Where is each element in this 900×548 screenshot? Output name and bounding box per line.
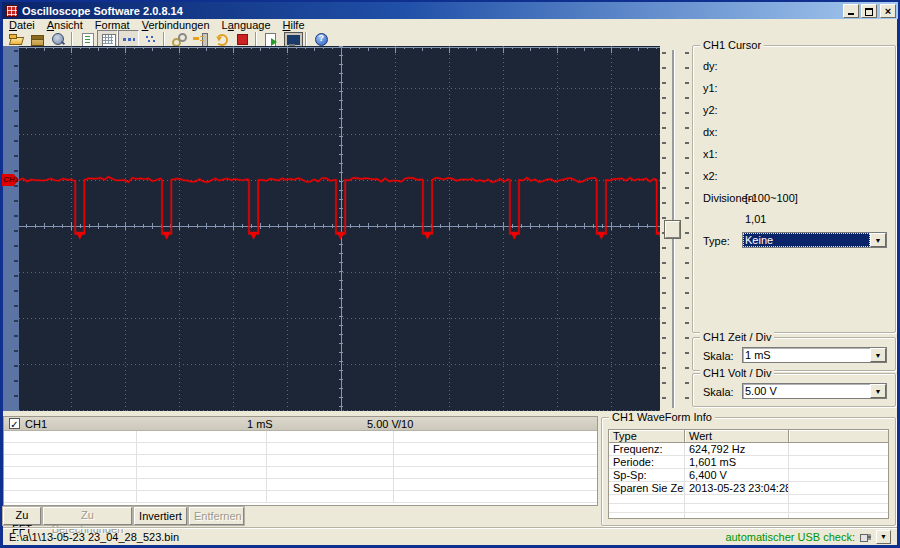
toolbar-separator [163, 32, 165, 46]
toolbar-separator [71, 32, 73, 46]
chevron-down-icon[interactable]: ▼ [870, 233, 886, 247]
info-empty-row-cell [789, 495, 888, 504]
display-button[interactable] [281, 30, 302, 48]
export-chart-button[interactable] [260, 30, 281, 48]
save-button[interactable] [26, 30, 47, 48]
info-empty-row-cell [685, 495, 789, 504]
ch1-probe: /10 [398, 418, 413, 430]
channel-empty-cell [267, 491, 394, 502]
list-button[interactable] [76, 30, 97, 48]
connect-icon [171, 31, 187, 47]
info-empty-row-cell [609, 495, 685, 504]
usb-check-dropdown[interactable]: ▼ [876, 530, 891, 544]
export-chart-icon [263, 31, 279, 47]
channel-empty-cell [394, 431, 597, 442]
info-row-cell: Sparen Sie Zeit: [609, 482, 685, 495]
ch1-checkbox[interactable]: ✓ [9, 418, 20, 429]
info-empty-row [609, 495, 888, 504]
help-button[interactable] [310, 30, 331, 48]
close-button[interactable]: × [880, 4, 896, 18]
info-row-cell: Sp-Sp: [609, 469, 685, 482]
info-header-row-cell: Type [609, 430, 685, 443]
invert-button[interactable]: Invertiert [134, 507, 187, 525]
channel-empty-cell [4, 467, 137, 478]
info-row-cell [789, 456, 888, 469]
channel-empty-cell [267, 431, 394, 442]
remove-button[interactable]: Entfernen [189, 507, 244, 525]
channel-empty-cell [267, 443, 394, 454]
settings-icon [50, 31, 66, 47]
info-header-row-cell: Wert [685, 430, 789, 443]
to-calculations-button[interactable]: Zu Berechnungen [43, 507, 132, 525]
volt-skala-select[interactable]: 5.00 V ▼ [742, 383, 887, 399]
points-button[interactable] [139, 30, 160, 48]
info-empty-row-cell [685, 504, 789, 513]
channel-empty-row [4, 431, 597, 443]
info-row-cell: Periode: [609, 456, 685, 469]
to-fft-button[interactable]: Zu FFT [3, 507, 41, 525]
cursor-field-dx: dx: [703, 126, 718, 138]
channel-empty-cell [137, 491, 267, 502]
waveform-canvas[interactable] [19, 46, 660, 411]
display-icon [284, 31, 300, 47]
info-row: Sparen Sie Zeit:2013-05-23 23:04:28 [609, 482, 888, 495]
connect-button[interactable] [168, 30, 189, 48]
usb-icon [859, 532, 872, 542]
refresh-button[interactable] [210, 30, 231, 48]
channel-empty-cell [394, 443, 597, 454]
minimize-button[interactable] [843, 4, 859, 18]
ch1-zeit-div-group-title: CH1 Zeit / Div [700, 332, 774, 343]
waveform-info-group: CH1 WaveForm Info TypeWertFrequenz:624,7… [601, 417, 896, 526]
channel-empty-row [4, 467, 597, 479]
info-row-cell: 2013-05-23 23:04:28 [685, 482, 789, 495]
channel-empty-cell [4, 455, 137, 466]
usb-check-label: automatischer USB check: [725, 531, 855, 543]
info-row-cell [789, 482, 888, 495]
channel-empty-cell [4, 443, 137, 454]
zeit-skala-value: 1 mS [743, 348, 870, 362]
app-icon [6, 5, 18, 17]
cursor-type-label: Type: [703, 235, 730, 247]
cursor-type-select[interactable]: Keine ▼ [742, 232, 887, 248]
cursor-type-value: Keine [743, 233, 870, 247]
channel-position-ruler [3, 46, 19, 411]
channel-empty-cell [267, 467, 394, 478]
toolbar-separator [305, 32, 307, 46]
status-bar: E:\a\1\13-05-23 23_04_28_523.bin automat… [3, 528, 897, 545]
import-icon [192, 31, 208, 47]
ch1-volt-div-group-title: CH1 Volt / Div [700, 368, 774, 379]
title-bar: Oscilloscope Software 2.0.8.14 × [2, 2, 898, 19]
import-button[interactable] [189, 30, 210, 48]
divisionen-value: 1,01 [745, 213, 766, 225]
save-icon [29, 31, 45, 47]
cursor-field-x2: x2: [703, 170, 718, 182]
maximize-button[interactable] [861, 4, 877, 18]
open-folder-button[interactable] [5, 30, 26, 48]
channel-empty-cell [137, 455, 267, 466]
info-row-cell: Frequenz: [609, 443, 685, 456]
info-row-cell [789, 443, 888, 456]
info-row-cell: 6,400 V [685, 469, 789, 482]
chevron-down-icon[interactable]: ▼ [870, 348, 886, 362]
zeit-skala-select[interactable]: 1 mS ▼ [742, 347, 887, 363]
ch1-cursor-group-title: CH1 Cursor [700, 40, 764, 51]
channel-empty-cell [4, 491, 137, 502]
list-icon [79, 31, 95, 47]
info-row-cell [789, 469, 888, 482]
chevron-down-icon[interactable]: ▼ [870, 384, 886, 398]
dots-line-button[interactable] [118, 30, 139, 48]
grid-button[interactable] [97, 30, 118, 48]
info-row-cell: 624,792 Hz [685, 443, 789, 456]
stop-button[interactable] [231, 30, 252, 48]
points-icon [142, 31, 158, 47]
vertical-slider-handle[interactable] [665, 221, 680, 238]
info-row: Sp-Sp:6,400 V [609, 469, 888, 482]
info-row: Periode:1,601 mS [609, 456, 888, 469]
minimize-icon [848, 13, 854, 15]
settings-button[interactable] [47, 30, 68, 48]
window-title: Oscilloscope Software 2.0.8.14 [22, 5, 841, 17]
stop-icon [234, 31, 250, 47]
channel-empty-row [4, 479, 597, 491]
channel-row-ch1[interactable]: ✓ CH1 1 mS 5.00 V /10 [4, 417, 597, 431]
help-icon [313, 31, 329, 47]
